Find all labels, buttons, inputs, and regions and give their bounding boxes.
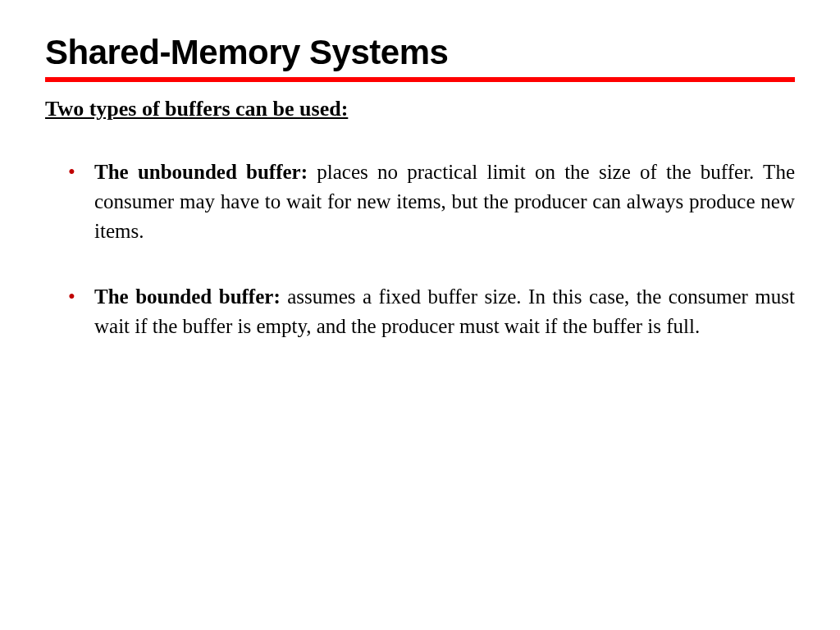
list-item: The bounded buffer: assumes a fixed buff…: [68, 282, 795, 341]
slide-subtitle: Two types of buffers can be used:: [45, 97, 795, 121]
list-item: The unbounded buffer: places no practica…: [68, 158, 795, 246]
bullet-lead: The bounded buffer:: [94, 285, 287, 308]
bullet-lead: The unbounded buffer:: [94, 161, 317, 183]
bullet-list: The unbounded buffer: places no practica…: [45, 158, 795, 341]
slide-title: Shared-Memory Systems: [45, 33, 795, 82]
